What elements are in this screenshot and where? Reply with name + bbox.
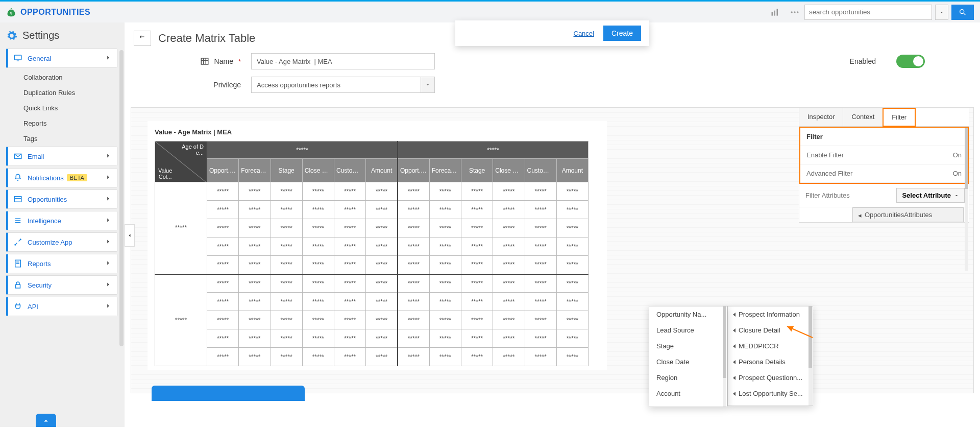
advanced-filter-row[interactable]: Advanced Filter On <box>800 164 968 183</box>
table-cell: ***** <box>207 219 239 237</box>
enabled-toggle[interactable] <box>896 55 925 68</box>
sidebar: Settings General Collaboration Duplicati… <box>0 22 125 427</box>
search-button[interactable] <box>951 5 974 20</box>
table-cell: ***** <box>207 329 239 348</box>
sidebar-item-opportunities[interactable]: Opportunities <box>6 189 117 209</box>
table-cell: ***** <box>398 293 429 311</box>
attribute-category-item[interactable]: Closure Detail <box>728 322 813 338</box>
attribute-category-item[interactable]: Prospect Information <box>728 306 813 322</box>
privilege-label: Privilege <box>213 81 241 89</box>
attribute-category-item[interactable]: Lost Opportunity Se... <box>728 386 813 401</box>
table-cell: ***** <box>239 293 271 311</box>
cancel-link[interactable]: Cancel <box>574 30 594 37</box>
svg-point-6 <box>797 11 798 13</box>
table-cell: ***** <box>493 219 525 237</box>
attribute-category-item[interactable]: Prospect Questionn... <box>728 370 813 386</box>
tab-inspector[interactable]: Inspector <box>799 108 843 126</box>
sidebar-sub-collaboration[interactable]: Collaboration <box>23 70 117 85</box>
collapse-sidebar-handle[interactable] <box>125 224 135 247</box>
stats-icon[interactable] <box>770 7 781 18</box>
table-cell: ***** <box>556 256 588 274</box>
menu-scrollbar[interactable] <box>808 306 812 406</box>
sidebar-item-intelligence[interactable]: Intelligence <box>6 211 117 230</box>
table-cell: ***** <box>207 201 239 219</box>
create-button[interactable]: Create <box>603 26 641 41</box>
sidebar-item-label: Reports <box>28 260 51 268</box>
attribute-field-item[interactable]: Stage <box>649 338 727 354</box>
table-cell: ***** <box>239 274 271 293</box>
privilege-select-caret[interactable] <box>421 77 435 93</box>
table-cell: ***** <box>366 256 398 274</box>
table-cell: ***** <box>525 201 556 219</box>
menu-scrollbar[interactable] <box>723 306 726 407</box>
table-cell: ***** <box>271 311 302 329</box>
table-cell: ***** <box>556 311 588 329</box>
sidebar-item-customize-app[interactable]: Customize App <box>6 232 117 252</box>
enable-filter-row[interactable]: Enable Filter On <box>800 146 968 164</box>
table-cell: ***** <box>239 348 271 366</box>
enable-filter-value: On <box>953 151 962 159</box>
attribute-category-item[interactable]: MEDDPICCR <box>728 338 813 354</box>
table-cell: ***** <box>302 311 334 329</box>
table-cell: ***** <box>366 311 398 329</box>
sidebar-item-api[interactable]: API <box>6 297 117 316</box>
sidebar-sub-tags[interactable]: Tags <box>23 131 117 147</box>
table-cell: ***** <box>207 182 239 201</box>
sidebar-sub-reports[interactable]: Reports <box>23 116 117 131</box>
sidebar-sub-duplication-rules[interactable]: Duplication Rules <box>23 85 117 101</box>
table-cell: ***** <box>493 237 525 256</box>
group-header-2: ***** <box>398 141 589 159</box>
name-input[interactable] <box>251 53 435 69</box>
beta-badge: BETA <box>67 174 87 181</box>
table-cell: ***** <box>398 311 429 329</box>
sidebar-item-notifications[interactable]: Notifications BETA <box>6 168 117 187</box>
more-icon[interactable] <box>789 7 800 18</box>
sidebar-item-label: General <box>28 55 51 62</box>
chevron-right-icon <box>105 174 112 182</box>
select-attribute-button[interactable]: Select Attribute <box>896 188 965 203</box>
enable-filter-label: Enable Filter <box>806 151 953 159</box>
sidebar-item-security[interactable]: Security <box>6 275 117 295</box>
table-cell: ***** <box>398 329 429 348</box>
table-cell: ***** <box>493 274 525 293</box>
sidebar-item-label: API <box>28 303 38 311</box>
attribute-field-item[interactable]: Close Date <box>649 354 727 370</box>
search-input[interactable] <box>804 5 932 20</box>
attribute-field-item[interactable]: Account <box>649 386 727 401</box>
col-hdr: Amount <box>366 159 398 182</box>
opportunities-attributes-label[interactable]: ◂OpportunitiesAttributes <box>852 207 964 222</box>
tab-filter[interactable]: Filter <box>883 108 916 127</box>
sidebar-item-reports[interactable]: Reports <box>6 254 117 273</box>
sidebar-item-email[interactable]: Email <box>6 147 117 166</box>
table-cell: ***** <box>239 182 271 201</box>
privilege-select[interactable]: Access opportunities reports <box>251 77 421 93</box>
attribute-field-item[interactable]: Opportunity Na... <box>649 306 727 322</box>
sidebar-item-label: Intelligence <box>28 217 61 225</box>
table-cell: ***** <box>334 348 366 366</box>
attribute-category-item[interactable]: Persona Details <box>728 354 813 370</box>
sidebar-item-general[interactable]: General <box>6 49 117 68</box>
col-hdr: Stage <box>461 159 493 182</box>
sidebar-scrollbar[interactable] <box>119 50 124 346</box>
attribute-field-item[interactable]: Region <box>649 370 727 386</box>
table-cell: ***** <box>525 274 556 293</box>
chevron-right-icon <box>105 54 112 63</box>
attribute-field-item[interactable]: Country <box>649 401 727 407</box>
footer-pill <box>152 386 305 401</box>
sidebar-sub-quick-links[interactable]: Quick Links <box>23 101 117 116</box>
table-cell: ***** <box>334 329 366 348</box>
svg-point-4 <box>791 11 793 13</box>
svg-point-7 <box>960 9 964 13</box>
attribute-field-item[interactable]: Lead Source <box>649 322 727 338</box>
tab-context[interactable]: Context <box>843 108 883 126</box>
panel-scrollbar[interactable] <box>965 128 968 271</box>
table-cell: ***** <box>366 274 398 293</box>
table-cell: ***** <box>556 182 588 201</box>
col-hdr: Customer Classifi... <box>334 159 366 182</box>
attribute-category-item[interactable]: Marketing Tracking <box>728 401 813 406</box>
chevron-right-icon <box>105 302 112 311</box>
col-hdr: Forecast Category <box>239 159 271 182</box>
back-button[interactable] <box>134 31 151 46</box>
search-scope-dropdown[interactable] <box>935 5 948 20</box>
sidebar-expand-button[interactable] <box>36 414 56 427</box>
